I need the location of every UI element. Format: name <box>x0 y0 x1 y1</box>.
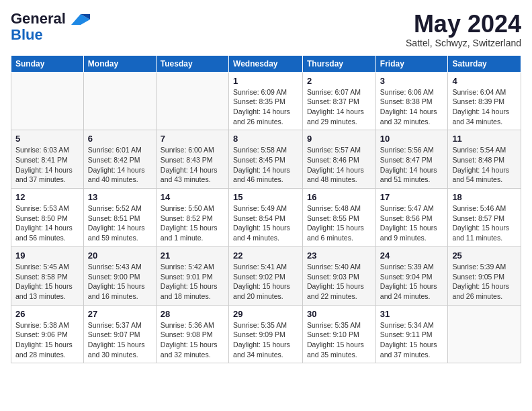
day-info: Sunrise: 5:46 AM Sunset: 8:57 PM Dayligh… <box>452 203 517 243</box>
day-number: 7 <box>161 134 224 144</box>
location: Sattel, Schwyz, Switzerland <box>406 38 521 48</box>
calendar-cell: 15Sunrise: 5:49 AM Sunset: 8:54 PM Dayli… <box>229 189 303 247</box>
calendar-cell: 5Sunrise: 6:03 AM Sunset: 8:41 PM Daylig… <box>11 130 84 189</box>
day-info: Sunrise: 5:48 AM Sunset: 8:55 PM Dayligh… <box>307 203 371 243</box>
day-info: Sunrise: 5:40 AM Sunset: 9:03 PM Dayligh… <box>307 262 371 302</box>
calendar-cell: 13Sunrise: 5:52 AM Sunset: 8:51 PM Dayli… <box>83 189 156 247</box>
day-number: 9 <box>307 134 371 144</box>
day-number: 18 <box>452 192 517 202</box>
calendar-cell: 14Sunrise: 5:50 AM Sunset: 8:52 PM Dayli… <box>156 189 228 247</box>
day-number: 26 <box>15 309 79 319</box>
calendar-cell: 30Sunrise: 5:35 AM Sunset: 9:10 PM Dayli… <box>303 305 376 363</box>
day-number: 6 <box>88 134 152 144</box>
logo-blue-text: Blue <box>11 26 43 43</box>
calendar-cell <box>83 72 156 130</box>
logo-icon <box>71 14 90 25</box>
calendar-cell: 16Sunrise: 5:48 AM Sunset: 8:55 PM Dayli… <box>303 189 376 247</box>
day-number: 10 <box>380 134 444 144</box>
calendar-cell: 1Sunrise: 6:09 AM Sunset: 8:35 PM Daylig… <box>229 72 303 130</box>
day-number: 27 <box>88 309 152 319</box>
day-number: 3 <box>380 76 444 86</box>
calendar-cell: 17Sunrise: 5:47 AM Sunset: 8:56 PM Dayli… <box>375 189 448 247</box>
day-number: 30 <box>307 309 371 319</box>
day-number: 19 <box>15 250 79 261</box>
day-number: 24 <box>380 250 444 261</box>
day-info: Sunrise: 5:50 AM Sunset: 8:52 PM Dayligh… <box>161 203 224 243</box>
calendar-cell: 11Sunrise: 5:54 AM Sunset: 8:48 PM Dayli… <box>448 130 521 189</box>
day-number: 5 <box>15 134 79 144</box>
calendar-week-3: 12Sunrise: 5:53 AM Sunset: 8:50 PM Dayli… <box>11 189 521 247</box>
page-header: General Blue May 2024 Sattel, Schwyz, Sw… <box>11 11 521 48</box>
day-info: Sunrise: 6:04 AM Sunset: 8:39 PM Dayligh… <box>452 87 517 127</box>
calendar-cell: 23Sunrise: 5:40 AM Sunset: 9:03 PM Dayli… <box>303 246 376 305</box>
calendar-cell: 18Sunrise: 5:46 AM Sunset: 8:57 PM Dayli… <box>448 189 521 247</box>
day-number: 25 <box>452 250 517 261</box>
day-number: 1 <box>233 76 298 86</box>
column-header-wednesday: Wednesday <box>229 55 303 72</box>
day-info: Sunrise: 6:07 AM Sunset: 8:37 PM Dayligh… <box>307 87 371 127</box>
day-info: Sunrise: 5:57 AM Sunset: 8:46 PM Dayligh… <box>307 145 371 185</box>
day-number: 13 <box>88 192 152 202</box>
day-number: 20 <box>88 250 152 261</box>
calendar-cell: 2Sunrise: 6:07 AM Sunset: 8:37 PM Daylig… <box>303 72 376 130</box>
calendar-cell: 24Sunrise: 5:39 AM Sunset: 9:04 PM Dayli… <box>375 246 448 305</box>
calendar-cell <box>11 72 84 130</box>
day-info: Sunrise: 5:35 AM Sunset: 9:09 PM Dayligh… <box>233 320 298 360</box>
calendar-week-1: 1Sunrise: 6:09 AM Sunset: 8:35 PM Daylig… <box>11 72 521 130</box>
day-number: 12 <box>15 192 79 202</box>
calendar-cell: 27Sunrise: 5:37 AM Sunset: 9:07 PM Dayli… <box>83 305 156 363</box>
day-number: 14 <box>161 192 224 202</box>
calendar-week-2: 5Sunrise: 6:03 AM Sunset: 8:41 PM Daylig… <box>11 130 521 189</box>
day-info: Sunrise: 5:43 AM Sunset: 9:00 PM Dayligh… <box>88 262 152 302</box>
day-info: Sunrise: 5:37 AM Sunset: 9:07 PM Dayligh… <box>88 320 152 360</box>
day-number: 31 <box>380 309 444 319</box>
day-number: 2 <box>307 76 371 86</box>
calendar-week-5: 26Sunrise: 5:38 AM Sunset: 9:06 PM Dayli… <box>11 305 521 363</box>
calendar-table: SundayMondayTuesdayWednesdayThursdayFrid… <box>11 55 521 364</box>
calendar-cell: 19Sunrise: 5:45 AM Sunset: 8:58 PM Dayli… <box>11 246 84 305</box>
calendar-cell <box>156 72 228 130</box>
calendar-cell: 26Sunrise: 5:38 AM Sunset: 9:06 PM Dayli… <box>11 305 84 363</box>
day-info: Sunrise: 6:03 AM Sunset: 8:41 PM Dayligh… <box>15 145 79 185</box>
calendar-cell: 3Sunrise: 6:06 AM Sunset: 8:38 PM Daylig… <box>375 72 448 130</box>
day-number: 4 <box>452 76 517 86</box>
day-number: 29 <box>233 309 298 319</box>
day-info: Sunrise: 5:58 AM Sunset: 8:45 PM Dayligh… <box>233 145 298 185</box>
calendar-cell: 10Sunrise: 5:56 AM Sunset: 8:47 PM Dayli… <box>375 130 448 189</box>
day-info: Sunrise: 5:39 AM Sunset: 9:04 PM Dayligh… <box>380 262 444 302</box>
calendar-cell: 21Sunrise: 5:42 AM Sunset: 9:01 PM Dayli… <box>156 246 228 305</box>
title-block: May 2024 Sattel, Schwyz, Switzerland <box>406 11 521 48</box>
calendar-cell: 8Sunrise: 5:58 AM Sunset: 8:45 PM Daylig… <box>229 130 303 189</box>
calendar-cell: 9Sunrise: 5:57 AM Sunset: 8:46 PM Daylig… <box>303 130 376 189</box>
column-header-tuesday: Tuesday <box>156 55 228 72</box>
column-header-friday: Friday <box>375 55 448 72</box>
day-info: Sunrise: 6:00 AM Sunset: 8:43 PM Dayligh… <box>161 145 224 185</box>
day-number: 17 <box>380 192 444 202</box>
logo: General Blue <box>11 11 90 43</box>
calendar-cell: 20Sunrise: 5:43 AM Sunset: 9:00 PM Dayli… <box>83 246 156 305</box>
day-info: Sunrise: 5:36 AM Sunset: 9:08 PM Dayligh… <box>161 320 224 360</box>
day-info: Sunrise: 5:45 AM Sunset: 8:58 PM Dayligh… <box>15 262 79 302</box>
logo-text: General <box>11 11 90 27</box>
calendar-week-4: 19Sunrise: 5:45 AM Sunset: 8:58 PM Dayli… <box>11 246 521 305</box>
day-number: 28 <box>161 309 224 319</box>
calendar-cell <box>448 305 521 363</box>
calendar-cell: 6Sunrise: 6:01 AM Sunset: 8:42 PM Daylig… <box>83 130 156 189</box>
day-info: Sunrise: 5:54 AM Sunset: 8:48 PM Dayligh… <box>452 145 517 185</box>
column-header-thursday: Thursday <box>303 55 376 72</box>
calendar-cell: 28Sunrise: 5:36 AM Sunset: 9:08 PM Dayli… <box>156 305 228 363</box>
calendar-cell: 22Sunrise: 5:41 AM Sunset: 9:02 PM Dayli… <box>229 246 303 305</box>
calendar-cell: 25Sunrise: 5:39 AM Sunset: 9:05 PM Dayli… <box>448 246 521 305</box>
calendar-cell: 12Sunrise: 5:53 AM Sunset: 8:50 PM Dayli… <box>11 189 84 247</box>
calendar-cell: 4Sunrise: 6:04 AM Sunset: 8:39 PM Daylig… <box>448 72 521 130</box>
day-number: 11 <box>452 134 517 144</box>
calendar-cell: 31Sunrise: 5:34 AM Sunset: 9:11 PM Dayli… <box>375 305 448 363</box>
day-info: Sunrise: 5:35 AM Sunset: 9:10 PM Dayligh… <box>307 320 371 360</box>
calendar-cell: 29Sunrise: 5:35 AM Sunset: 9:09 PM Dayli… <box>229 305 303 363</box>
calendar-header-row: SundayMondayTuesdayWednesdayThursdayFrid… <box>11 55 521 72</box>
day-info: Sunrise: 5:53 AM Sunset: 8:50 PM Dayligh… <box>15 203 79 243</box>
day-info: Sunrise: 5:49 AM Sunset: 8:54 PM Dayligh… <box>233 203 298 243</box>
column-header-sunday: Sunday <box>11 55 84 72</box>
day-number: 8 <box>233 134 298 144</box>
column-header-saturday: Saturday <box>448 55 521 72</box>
